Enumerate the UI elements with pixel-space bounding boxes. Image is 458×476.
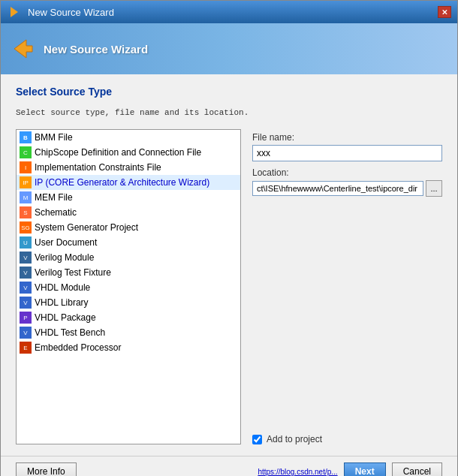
close-button[interactable]: ✕ bbox=[438, 6, 451, 18]
item-label: VHDL Test Bench bbox=[35, 327, 105, 338]
list-item[interactable]: SSchematic bbox=[17, 205, 240, 220]
file-name-label: File name: bbox=[252, 132, 442, 143]
item-label: BMM File bbox=[35, 132, 73, 143]
list-item[interactable]: CChipScope Definition and Connection Fil… bbox=[17, 145, 240, 160]
item-label: User Document bbox=[35, 237, 97, 248]
title-bar-buttons: ✕ bbox=[438, 6, 451, 18]
header-icon bbox=[12, 38, 35, 60]
header-title: New Source Wizard bbox=[44, 43, 148, 56]
item-icon: U bbox=[20, 236, 32, 249]
list-item[interactable]: MMEM File bbox=[17, 190, 240, 205]
item-icon: C bbox=[20, 146, 32, 158]
location-input[interactable] bbox=[252, 181, 423, 196]
item-icon: V bbox=[20, 297, 32, 309]
list-item[interactable]: VVHDL Library bbox=[17, 295, 240, 310]
browse-button[interactable]: ... bbox=[426, 180, 442, 197]
item-icon: P bbox=[20, 312, 32, 324]
item-icon: I bbox=[20, 161, 32, 173]
list-item[interactable]: VVHDL Test Bench bbox=[17, 325, 240, 340]
item-label: System Generator Project bbox=[35, 222, 138, 233]
window-icon bbox=[7, 5, 22, 20]
list-item[interactable]: IPIP (CORE Generator & Architecture Wiza… bbox=[17, 175, 240, 190]
item-icon: V bbox=[20, 282, 32, 294]
arrow-icon bbox=[11, 7, 18, 17]
item-icon: S bbox=[20, 206, 32, 218]
item-icon: V bbox=[20, 327, 32, 339]
section-subtitle: Select source type, file name and its lo… bbox=[16, 108, 442, 117]
spacer bbox=[252, 203, 442, 420]
list-item[interactable]: BBMM File bbox=[17, 130, 240, 145]
content-area: BBMM FileCChipScope Definition and Conne… bbox=[16, 129, 442, 444]
item-label: VHDL Package bbox=[35, 312, 96, 323]
add-to-project-label[interactable]: Add to project bbox=[267, 434, 322, 444]
item-label: VHDL Library bbox=[35, 297, 89, 308]
item-icon: V bbox=[20, 267, 32, 279]
item-label: Implementation Constraints File bbox=[35, 162, 161, 173]
list-item[interactable]: PVHDL Package bbox=[17, 310, 240, 325]
title-bar-text: New Source Wizard bbox=[28, 7, 114, 18]
list-item[interactable]: EEmbedded Processor bbox=[17, 340, 240, 355]
footer-left: More Info bbox=[16, 462, 77, 476]
file-name-input[interactable] bbox=[252, 145, 442, 161]
item-label: ChipScope Definition and Connection File bbox=[35, 147, 201, 158]
title-bar: New Source Wizard ✕ bbox=[1, 1, 457, 23]
section-title: Select Source Type bbox=[16, 86, 442, 98]
item-label: MEM File bbox=[35, 192, 73, 203]
item-label: Embedded Processor bbox=[35, 342, 121, 353]
window: New Source Wizard ✕ New Source Wizard Se… bbox=[0, 0, 458, 476]
cancel-button[interactable]: Cancel bbox=[392, 462, 442, 476]
header-band: New Source Wizard bbox=[1, 23, 457, 74]
item-label: Schematic bbox=[35, 207, 77, 218]
item-icon: M bbox=[20, 191, 32, 203]
source-list[interactable]: BBMM FileCChipScope Definition and Conne… bbox=[16, 129, 241, 444]
list-item[interactable]: IImplementation Constraints File bbox=[17, 160, 240, 175]
list-item[interactable]: VVerilog Test Fixture bbox=[17, 265, 240, 280]
add-to-project-checkbox[interactable] bbox=[252, 435, 262, 444]
location-label: Location: bbox=[252, 167, 442, 178]
location-row: ... bbox=[252, 180, 442, 197]
list-item[interactable]: VVerilog Module bbox=[17, 250, 240, 265]
item-label: VHDL Module bbox=[35, 282, 90, 293]
footer-url: https://blog.csdn.net/p... bbox=[258, 468, 337, 476]
item-label: IP (CORE Generator & Architecture Wizard… bbox=[35, 177, 209, 188]
item-icon: SG bbox=[20, 221, 32, 233]
add-to-project-row: Add to project bbox=[252, 426, 442, 444]
list-item[interactable]: SGSystem Generator Project bbox=[17, 220, 240, 235]
item-icon: V bbox=[20, 252, 32, 264]
footer-right: https://blog.csdn.net/p... Next Cancel bbox=[258, 462, 442, 476]
item-label: Verilog Test Fixture bbox=[35, 267, 111, 278]
more-info-button[interactable]: More Info bbox=[16, 462, 77, 476]
title-bar-left: New Source Wizard bbox=[7, 5, 114, 20]
location-group: Location: ... bbox=[252, 167, 442, 197]
header-content: New Source Wizard bbox=[12, 38, 148, 60]
list-item[interactable]: VVHDL Module bbox=[17, 280, 240, 295]
file-name-group: File name: bbox=[252, 132, 442, 161]
list-item[interactable]: UUser Document bbox=[17, 235, 240, 250]
item-label: Verilog Module bbox=[35, 252, 94, 263]
item-icon: E bbox=[20, 342, 32, 354]
footer: More Info https://blog.csdn.net/p... Nex… bbox=[1, 456, 457, 476]
svg-marker-0 bbox=[14, 40, 32, 58]
right-panel: File name: Location: ... Add to project bbox=[252, 129, 442, 444]
item-icon: B bbox=[20, 131, 32, 143]
main-content: Select Source Type Select source type, f… bbox=[1, 74, 457, 456]
item-icon: IP bbox=[20, 176, 32, 188]
next-button[interactable]: Next bbox=[344, 462, 386, 476]
